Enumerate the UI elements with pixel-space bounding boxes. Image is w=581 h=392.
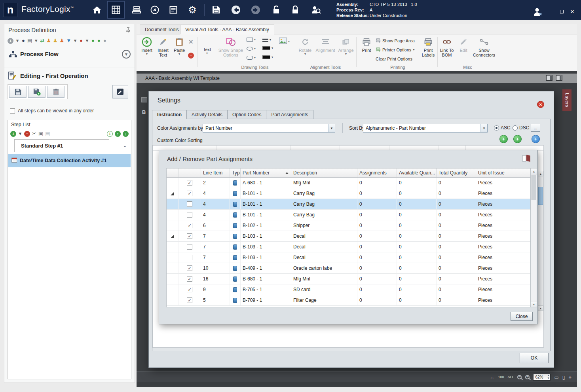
- col-description[interactable]: Description: [291, 169, 357, 177]
- unlock-icon[interactable]: [268, 1, 285, 19]
- more-options-button[interactable]: ...: [531, 124, 540, 132]
- minimize-button[interactable]: –: [547, 9, 555, 15]
- col-line-item[interactable]: Line Item: [201, 169, 230, 177]
- part-table-row[interactable]: ✓9B-705 - 1SD card000Pieces: [167, 284, 530, 295]
- show-page-area-button[interactable]: Show Page Area: [376, 38, 415, 43]
- caret-icon[interactable]: ▾: [18, 131, 22, 137]
- paste-button[interactable]: Paste ▾: [172, 36, 186, 56]
- scrollbar-thumb[interactable]: [532, 175, 536, 200]
- record-icon[interactable]: ●: [79, 38, 83, 44]
- text-dropdown[interactable]: Text ▾: [200, 47, 214, 55]
- fill-color-dropdown[interactable]: ▾: [262, 55, 273, 59]
- print-icon[interactable]: ▤: [27, 38, 32, 44]
- sync-icon[interactable]: ⇄: [40, 38, 44, 44]
- start-icon[interactable]: ●: [91, 38, 95, 44]
- row-checkbox-cell[interactable]: ✓: [178, 284, 201, 295]
- reports-icon[interactable]: [165, 1, 182, 19]
- pause-icon[interactable]: ●: [97, 38, 101, 44]
- move-down-icon[interactable]: ↓: [123, 131, 129, 137]
- part-table-row[interactable]: ✓4B-101 - 1Carry Bag000Pieces: [167, 188, 530, 199]
- add-icon[interactable]: +: [8, 38, 13, 44]
- step-chevron-icon[interactable]: ⌄: [123, 142, 127, 148]
- expanded-icon[interactable]: [171, 192, 174, 195]
- row-checkbox[interactable]: ✓: [187, 223, 192, 228]
- settings-gear-icon[interactable]: [184, 1, 201, 19]
- part-table-row[interactable]: 7B-103 - 1Decal000Pieces: [167, 242, 530, 252]
- delete-shape-icon[interactable]: ✕: [188, 38, 194, 45]
- navigate-icon[interactable]: [146, 1, 163, 19]
- row-checkbox-cell[interactable]: ✓: [178, 178, 201, 188]
- layers-panel-icon[interactable]: [556, 75, 562, 81]
- audit-search-icon[interactable]: [307, 1, 325, 19]
- bom-book-icon[interactable]: [522, 154, 531, 164]
- part-table-row[interactable]: ✓2A-680 - 1Mfg Mnl000Pieces: [167, 178, 530, 188]
- copy-step-icon[interactable]: ▣: [38, 131, 43, 137]
- pan-icon[interactable]: [489, 373, 494, 381]
- row-checkbox[interactable]: ✓: [187, 297, 192, 303]
- row-checkbox-cell[interactable]: ✓: [178, 295, 201, 305]
- delete-operation-button[interactable]: [47, 86, 65, 98]
- ok-button[interactable]: OK: [520, 353, 549, 363]
- part-table-row[interactable]: ✓6B-102 - 1Shipper000Pieces: [167, 220, 530, 231]
- row-checkbox[interactable]: [187, 255, 192, 260]
- caret-icon[interactable]: ▾: [73, 38, 77, 44]
- row-expander-cell[interactable]: [167, 231, 178, 241]
- row-checkbox-cell[interactable]: ✓: [178, 220, 201, 231]
- row-checkbox-cell[interactable]: [178, 242, 201, 252]
- arrange-button[interactable]: Arrange ▾: [337, 36, 355, 56]
- scroll-up-icon[interactable]: ▲: [538, 171, 543, 176]
- col-total-quantity[interactable]: Total Quantity: [437, 169, 476, 177]
- close-button-part-dialog[interactable]: Close: [511, 312, 533, 321]
- save-icon[interactable]: [207, 1, 225, 19]
- part-table-row[interactable]: ✓10B-409 - 1Oracle carton labe000Pieces: [167, 263, 530, 274]
- zoom-level-spinner[interactable]: 62% ▲▼: [533, 374, 551, 381]
- zoom-in-icon[interactable]: +: [525, 375, 530, 379]
- part-table-row[interactable]: ✓16B-680 - 1Mfg Mnl000Pieces: [167, 274, 530, 284]
- remove-icon[interactable]: −: [188, 53, 194, 59]
- lock-icon[interactable]: [287, 1, 304, 19]
- alignment-button[interactable]: Alignment: [315, 36, 336, 53]
- move-up-icon[interactable]: ↑: [115, 131, 121, 137]
- tab-document-tools[interactable]: Document Tools: [140, 25, 184, 34]
- rectangle-tool-dropdown[interactable]: ▾: [247, 38, 256, 42]
- tab-instruction[interactable]: Instruction: [152, 110, 187, 119]
- home-icon[interactable]: [88, 1, 106, 19]
- caret-icon[interactable]: ▾: [34, 38, 38, 44]
- scroll-down-icon[interactable]: ▼: [531, 301, 537, 307]
- row-checkbox-cell[interactable]: [178, 210, 201, 220]
- process-definition-icon[interactable]: [107, 1, 125, 19]
- tab-activity-details[interactable]: Activity Details: [187, 110, 228, 119]
- col-unit-of-issue[interactable]: Unit of Issue: [476, 169, 530, 177]
- caret-icon[interactable]: ▾: [85, 38, 89, 44]
- part-table-row[interactable]: 4B-101 - 1Carry Bag000Pieces: [167, 210, 530, 220]
- row-checkbox-cell[interactable]: [178, 199, 201, 209]
- col-type[interactable]: Type: [230, 169, 241, 177]
- line-color-dropdown[interactable]: ▾: [262, 46, 273, 50]
- scrollbar-thumb[interactable]: [538, 187, 543, 205]
- tab-part-assignments[interactable]: Part Assignments: [266, 110, 313, 119]
- checkbox-column-header[interactable]: [178, 169, 201, 177]
- col-assignments[interactable]: Assignments: [357, 169, 397, 177]
- tab-option-codes[interactable]: Option Codes: [228, 110, 266, 119]
- step-item[interactable]: Standard Step #1: [14, 139, 109, 152]
- part-table-row[interactable]: ✓7B-103 - 1Decal000Pieces: [167, 231, 530, 242]
- edit-mode-toggle-button[interactable]: [112, 85, 128, 98]
- link-to-bom-button[interactable]: Link To BOM: [439, 36, 455, 57]
- tab-visual-aid-tools[interactable]: Visual Aid Tools - AAA - Basic Assembly: [180, 25, 274, 34]
- rounded-shape-tool-dropdown[interactable]: ▾: [247, 56, 256, 60]
- sort-by-dropdown[interactable]: Alphanumeric - Part Number ▼: [363, 124, 488, 133]
- insert-image-dropdown[interactable]: ▾: [279, 38, 290, 45]
- activity-item-selected[interactable]: Date/Time Data Collection Activity #1: [8, 154, 131, 167]
- remove-step-icon[interactable]: −: [24, 131, 30, 137]
- dsc-radio[interactable]: [513, 125, 518, 131]
- row-checkbox[interactable]: ✓: [187, 287, 192, 292]
- row-checkbox[interactable]: ✓: [187, 276, 192, 282]
- row-checkbox[interactable]: ✓: [187, 180, 192, 186]
- col-available-quantity[interactable]: Available Quan...: [397, 169, 437, 177]
- pin-icon[interactable]: [126, 27, 131, 34]
- web-export-icon[interactable]: ●: [21, 38, 25, 44]
- row-checkbox-cell[interactable]: [178, 252, 201, 263]
- part-table-row[interactable]: ✓5B-709 - 1Filter Cage000Pieces: [167, 295, 530, 306]
- row-checkbox[interactable]: [187, 244, 192, 250]
- any-order-option[interactable]: All steps can be viewed in any order: [10, 108, 94, 114]
